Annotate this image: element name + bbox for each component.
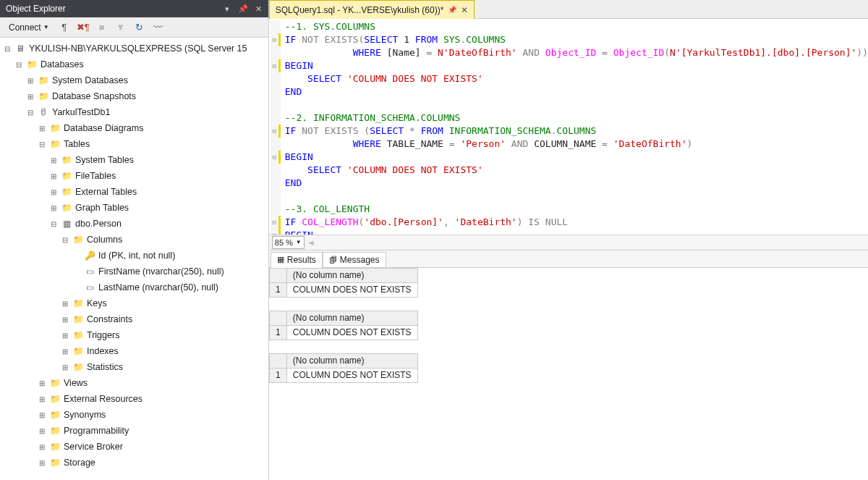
expand-icon[interactable]: ⊞ [38,125,46,132]
expand-icon[interactable]: ⊞ [61,316,69,324]
storage-node[interactable]: ⊞📁Storage [0,455,268,471]
disconnect-icon[interactable]: ¶ [56,20,72,35]
expand-icon[interactable]: ⊞ [49,204,58,212]
disconnect-all-icon[interactable]: ✖¶ [75,20,91,35]
results-area[interactable]: (No column name) 1COLUMN DOES NOT EXISTS… [269,268,868,481]
service-broker-node[interactable]: ⊞📁Service Broker [0,439,268,455]
indexes-node[interactable]: ⊞📁Indexes [0,343,268,359]
database-node[interactable]: ⊟🛢YarkulTestDb1 [0,104,268,120]
activity-icon[interactable]: 〰 [150,20,166,35]
fold-icon[interactable]: ⊟ [271,33,281,46]
statistics-node[interactable]: ⊞📁Statistics [0,359,268,375]
graph-tables-node[interactable]: ⊞📁Graph Tables [0,200,268,216]
pin-icon[interactable]: 📌 [448,6,456,14]
expand-icon[interactable]: ⊞ [49,172,58,180]
collapse-icon[interactable]: ⊟ [3,45,12,53]
server-node[interactable]: ⊟🖥YKULISH-NB\YARKULSQLEXPRESS (SQL Serve… [0,41,268,56]
database-snapshots-node[interactable]: ⊞📁Database Snapshots [0,88,268,104]
column-header[interactable]: (No column name) [286,268,417,282]
column-header[interactable]: (No column name) [286,353,417,368]
document-tab-bar: SQLQuery1.sql - YK...VERSE\ykulish (60))… [269,0,868,19]
close-icon[interactable]: ✕ [461,5,468,15]
triggers-node[interactable]: ⊞📁Triggers [0,327,268,343]
object-explorer-panel: Object Explorer ▾ 📌 ✕ Connect ▼ ¶ ✖¶ ■ ▼… [0,0,269,480]
expand-icon[interactable]: ⊞ [38,411,46,419]
collapse-icon[interactable]: ⊟ [14,61,23,69]
tables-node[interactable]: ⊟📁Tables [0,136,268,152]
table-row[interactable]: 1COLUMN DOES NOT EXISTS [269,368,417,382]
external-resources-node[interactable]: ⊞📁External Resources [0,391,268,407]
fold-icon[interactable]: ⊟ [271,59,281,72]
columns-node[interactable]: ⊟📁Columns [0,232,268,248]
expand-icon[interactable]: ⊞ [38,395,46,403]
scroll-left-icon[interactable]: ◄ [307,238,315,247]
tab-results[interactable]: ▦Results [271,252,323,268]
connect-label: Connect [9,22,41,33]
zoom-dropdown[interactable]: 85 % ▼ [272,236,305,249]
filter-icon[interactable]: ▼ [113,20,129,35]
cell-value[interactable]: COLUMN DOES NOT EXISTS [286,325,417,340]
object-tree[interactable]: ⊟🖥YKULISH-NB\YARKULSQLEXPRESS (SQL Serve… [0,38,268,480]
folder-icon: 📁 [38,90,49,102]
expand-icon[interactable]: ⊞ [26,93,35,101]
fold-icon[interactable]: ⊟ [271,216,281,229]
grid-corner[interactable] [269,311,286,325]
grid-corner[interactable] [269,268,286,282]
folder-icon: 📁 [61,170,72,182]
fold-icon[interactable]: ⊟ [271,125,281,138]
expand-icon[interactable]: ⊞ [38,443,46,451]
external-tables-node[interactable]: ⊞📁External Tables [0,184,268,200]
system-tables-node[interactable]: ⊞📁System Tables [0,152,268,168]
expand-icon[interactable]: ⊞ [61,348,69,355]
collapse-icon[interactable]: ⊟ [38,140,46,148]
database-diagrams-node[interactable]: ⊞📁Database Diagrams [0,120,268,136]
views-node[interactable]: ⊞📁Views [0,375,268,391]
expand-icon[interactable]: ⊞ [61,300,69,308]
pin-icon[interactable]: 📌 [237,2,250,15]
expand-icon[interactable]: ⊞ [26,77,35,85]
connect-button[interactable]: Connect ▼ [4,21,54,34]
tab-messages[interactable]: 🗐Messages [323,252,386,268]
keys-node[interactable]: ⊞📁Keys [0,295,268,311]
result-grid-2[interactable]: (No column name) 1COLUMN DOES NOT EXISTS [269,311,868,340]
expand-icon[interactable]: ⊞ [38,427,46,435]
row-number: 1 [269,282,286,297]
stop-icon: ■ [94,20,110,35]
sql-editor[interactable]: --1. SYS.COLUMNS ⊟IF NOT EXISTS(SELECT 1… [269,19,868,235]
folder-icon: 📁 [49,138,61,150]
table-person-node[interactable]: ⊟▦dbo.Person [0,216,268,232]
result-grid-1[interactable]: (No column name) 1COLUMN DOES NOT EXISTS [269,268,868,298]
collapse-icon[interactable]: ⊟ [26,109,35,117]
refresh-icon[interactable]: ↻ [132,20,148,35]
column-lastname-node[interactable]: ·▭LastName (nvarchar(50), null) [0,279,268,295]
collapse-icon[interactable]: ⊟ [61,236,69,244]
column-firstname-node[interactable]: ·▭FirstName (nvarchar(250), null) [0,264,268,279]
expand-icon[interactable]: ⊞ [61,363,69,371]
expand-icon[interactable]: ⊞ [61,332,69,340]
grid-corner[interactable] [269,353,286,368]
synonyms-node[interactable]: ⊞📁Synonyms [0,407,268,423]
close-icon[interactable]: ✕ [252,2,265,15]
document-tab[interactable]: SQLQuery1.sql - YK...VERSE\ykulish (60))… [269,0,475,19]
filetables-node[interactable]: ⊞📁FileTables [0,168,268,184]
expand-icon[interactable]: ⊞ [49,188,58,196]
expand-icon[interactable]: ⊞ [38,459,46,467]
expand-icon[interactable]: ⊞ [38,379,46,387]
cell-value[interactable]: COLUMN DOES NOT EXISTS [286,282,417,297]
column-header[interactable]: (No column name) [286,311,417,325]
fold-icon[interactable]: ⊟ [271,229,281,235]
cell-value[interactable]: COLUMN DOES NOT EXISTS [286,368,417,382]
table-row[interactable]: 1COLUMN DOES NOT EXISTS [269,325,417,340]
table-row[interactable]: 1COLUMN DOES NOT EXISTS [269,282,417,297]
programmability-node[interactable]: ⊞📁Programmability [0,423,268,439]
collapse-icon[interactable]: ⊟ [49,220,58,228]
fold-icon[interactable]: ⊟ [271,151,281,164]
column-id-node[interactable]: ·🔑Id (PK, int, not null) [0,248,268,264]
result-grid-3[interactable]: (No column name) 1COLUMN DOES NOT EXISTS [269,353,868,383]
constraints-node[interactable]: ⊞📁Constraints [0,311,268,327]
window-dropdown-icon[interactable]: ▾ [221,2,234,15]
folder-icon: 📁 [49,457,61,468]
databases-node[interactable]: ⊟📁Databases [0,56,268,72]
expand-icon[interactable]: ⊞ [49,156,58,164]
system-databases-node[interactable]: ⊞📁System Databases [0,72,268,88]
